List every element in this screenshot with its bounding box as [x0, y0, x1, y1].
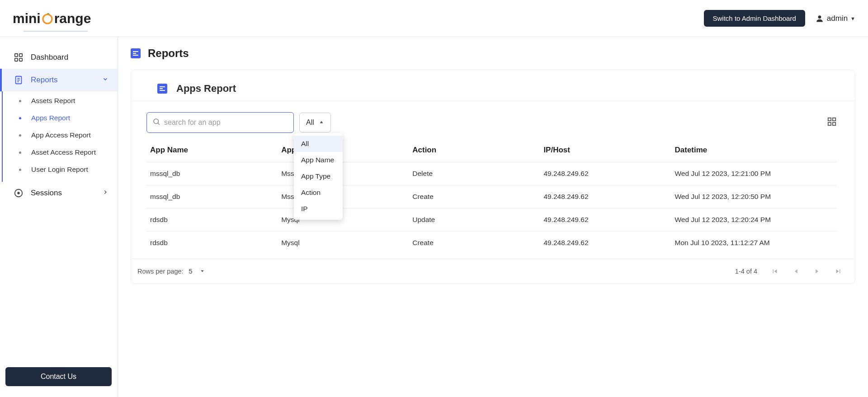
sidebar-item-label: Reports [31, 76, 58, 85]
sidebar-sub-assets-report[interactable]: Assets Report [3, 92, 118, 109]
table-row: mssql_db Mssql Create 49.248.249.62 Wed … [146, 185, 837, 208]
caret-up-icon [319, 118, 324, 127]
sidebar-item-label: Dashboard [31, 53, 68, 62]
svg-marker-22 [816, 269, 818, 273]
logo-underline [24, 31, 88, 32]
svg-marker-21 [795, 269, 797, 273]
card-footer: Rows per page: 5 1-4 of 4 [131, 259, 855, 284]
filter-selected-label: All [306, 118, 314, 127]
search-icon [152, 118, 160, 128]
bullet-icon [19, 117, 21, 119]
filter-option-app-name[interactable]: App Name [294, 152, 343, 168]
apps-report-table: App Name App Type Action IP/Host Datetim… [146, 138, 837, 254]
cell-action: Create [412, 239, 434, 246]
user-name: admin [827, 14, 848, 23]
table-row: mssql_db Mssql Delete 49.248.249.62 Wed … [146, 162, 837, 185]
caret-down-icon: ▼ [850, 16, 855, 21]
rows-per-page-label: Rows per page: [137, 268, 184, 275]
svg-marker-19 [201, 270, 203, 272]
cell-app-name: rdsdb [150, 239, 168, 246]
cell-ip: 49.248.249.62 [543, 193, 588, 200]
col-ip-host: IP/Host [543, 146, 570, 154]
sidebar-sub-apps-report[interactable]: Apps Report [3, 109, 118, 127]
filter-option-action[interactable]: Action [294, 184, 343, 201]
app-header: mini range Switch to Admin Dashboard adm… [0, 0, 868, 37]
filter-select[interactable]: All [299, 113, 331, 132]
svg-point-11 [17, 192, 20, 194]
card-title: Apps Report [176, 83, 236, 95]
sidebar-item-reports[interactable]: Reports [0, 69, 118, 91]
first-page-icon[interactable] [771, 267, 779, 275]
svg-point-0 [43, 14, 52, 24]
col-action: Action [412, 146, 436, 154]
report-card: Apps Report All [131, 70, 855, 284]
svg-rect-5 [19, 58, 22, 61]
cell-app-name: rdsdb [150, 216, 168, 223]
contact-us-button[interactable]: Contact Us [5, 367, 112, 386]
logo-pre: mini [13, 11, 41, 26]
card-body: All All App Name App Type Action IP [131, 101, 855, 259]
svg-rect-4 [15, 58, 18, 61]
svg-marker-20 [774, 269, 777, 274]
sidebar-item-sessions[interactable]: Sessions [0, 182, 118, 204]
sidebar-sub-user-login-report[interactable]: User Login Report [3, 161, 118, 178]
cell-ip: 49.248.249.62 [543, 216, 588, 223]
document-icon [131, 48, 141, 58]
svg-line-13 [158, 123, 160, 125]
filter-option-app-type[interactable]: App Type [294, 168, 343, 184]
col-datetime: Datetime [675, 146, 708, 154]
caret-down-icon [200, 268, 205, 275]
cell-action: Update [412, 216, 435, 223]
sidebar-sub-label: Apps Report [31, 114, 70, 122]
search-field-wrap[interactable] [146, 112, 294, 133]
cell-datetime: Wed Jul 12 2023, 12:20:24 PM [675, 216, 771, 223]
filter-option-ip[interactable]: IP [294, 201, 343, 217]
prev-page-icon[interactable] [793, 268, 800, 275]
svg-rect-18 [833, 123, 835, 125]
rows-per-page-select[interactable]: 5 [189, 268, 205, 275]
card-header: Apps Report [131, 70, 855, 101]
sidebar-item-label: Sessions [31, 189, 62, 198]
switch-dashboard-button[interactable]: Switch to Admin Dashboard [704, 10, 805, 27]
reports-icon [14, 75, 24, 85]
sidebar: Dashboard Reports Assets Report Apps Rep… [0, 37, 118, 397]
cell-action: Create [412, 193, 434, 200]
bullet-icon [19, 151, 21, 154]
sidebar-item-dashboard[interactable]: Dashboard [0, 46, 118, 69]
sidebar-sub-app-access-report[interactable]: App Access Report [3, 127, 118, 144]
cell-datetime: Wed Jul 12 2023, 12:21:00 PM [675, 170, 771, 177]
search-input[interactable] [164, 118, 288, 127]
bullet-icon [19, 100, 21, 102]
view-toggle-icon[interactable] [827, 117, 837, 128]
logo-orange-icon [41, 12, 54, 25]
svg-rect-15 [828, 118, 831, 121]
cell-datetime: Mon Jul 10 2023, 11:12:27 AM [675, 239, 770, 246]
cell-app-name: mssql_db [150, 193, 180, 200]
bullet-icon [19, 169, 21, 171]
last-page-icon[interactable] [834, 267, 842, 275]
sidebar-sub-asset-access-report[interactable]: Asset Access Report [3, 144, 118, 161]
cell-ip: 49.248.249.62 [543, 170, 588, 177]
sidebar-sub-label: Assets Report [31, 97, 75, 105]
svg-point-1 [818, 15, 821, 19]
pagination-range: 1-4 of 4 [735, 268, 757, 275]
page-header-row: Reports [131, 47, 855, 60]
sidebar-sub-label: Asset Access Report [31, 148, 96, 156]
svg-point-12 [154, 119, 159, 124]
cell-app-name: mssql_db [150, 170, 180, 177]
filter-option-all[interactable]: All [294, 136, 343, 152]
user-menu[interactable]: admin ▼ [815, 14, 855, 23]
cell-action: Delete [412, 170, 433, 177]
user-icon [815, 14, 824, 23]
cell-ip: 49.248.249.62 [543, 239, 588, 246]
main-content: Reports Apps Report Al [118, 37, 868, 397]
pagination: 1-4 of 4 [735, 267, 842, 275]
sidebar-sub-label: App Access Report [31, 131, 91, 139]
document-icon [157, 84, 167, 94]
svg-rect-3 [19, 54, 22, 57]
next-page-icon[interactable] [813, 268, 821, 275]
rows-per-page-value: 5 [189, 268, 193, 275]
logo-post: range [54, 11, 91, 26]
svg-rect-17 [828, 123, 831, 125]
table-header-row: App Name App Type Action IP/Host Datetim… [146, 138, 837, 162]
